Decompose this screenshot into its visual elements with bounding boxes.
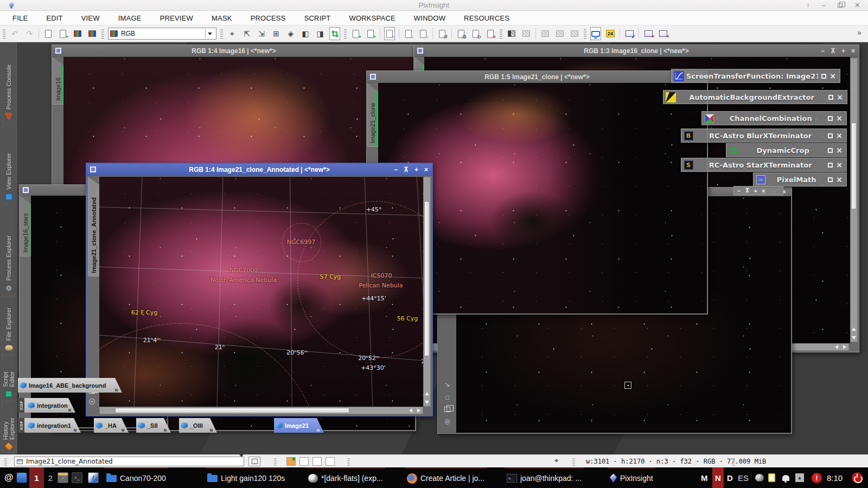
tray-power-icon[interactable]	[852, 467, 863, 488]
horizontal-scrollbar[interactable]	[99, 407, 423, 414]
image-window-image21-annotated[interactable]: RGB 1:4 Image21_clone_Annotated | <*new*…	[86, 163, 433, 416]
shade-icon[interactable]: ⊼	[831, 47, 835, 55]
scroll-down-icon[interactable]	[423, 399, 431, 406]
terminal-launcher-icon[interactable]: >_	[72, 467, 82, 488]
tray-alert-icon[interactable]: !	[812, 467, 822, 488]
scrollbar-thumb[interactable]	[424, 201, 430, 356]
tray-indicator-n[interactable]: N	[712, 467, 724, 488]
scroll-left-icon[interactable]	[407, 407, 414, 414]
view-selector-dropdown-button[interactable]	[239, 457, 244, 466]
menu-preview[interactable]: PREVIEW	[151, 14, 202, 22]
minimize-icon[interactable]: −	[394, 166, 398, 174]
edit-instance-icon[interactable]: ⚙	[456, 27, 467, 40]
image16-clone-titlebar[interactable]: RGB 1:3 Image16_clone | <*new*> − ⊼ + ×	[414, 45, 859, 57]
process-window-channelcombination[interactable]: ChannelCombination ×	[701, 111, 847, 125]
pan-mode-icon[interactable]: ⊞	[271, 27, 282, 40]
scroll-left-icon[interactable]	[833, 343, 840, 351]
identifier-icon[interactable]	[89, 399, 95, 404]
process-window-pixelmath[interactable]: ∞ PixelMath ×	[753, 172, 847, 187]
taskbar-app-terminal-joan[interactable]: >_ joan@thinkpad: ...	[505, 467, 584, 488]
close-process-icon[interactable]: ×	[836, 175, 843, 184]
new-process-icon[interactable]: +	[365, 27, 376, 40]
readout-mode-icon[interactable]: ◧	[300, 27, 311, 40]
toolbar-drag-handle[interactable]	[101, 28, 104, 39]
tray-gimp-icon[interactable]	[755, 467, 764, 488]
toolbar-drag-handle[interactable]	[3, 28, 5, 39]
screen-transfer-function-icon[interactable]	[590, 27, 601, 40]
minimize-icon[interactable]: −	[737, 188, 741, 194]
shade-process-button[interactable]	[828, 133, 833, 138]
taskbar-app-light-gain[interactable]: Light gain120 120s	[205, 467, 287, 488]
taskbar-app-canon70-200[interactable]: Canon70-200	[104, 467, 168, 488]
edit-identifier-icon[interactable]	[43, 27, 54, 40]
process-window-dynamiccrop[interactable]: DynamicCrop ×	[726, 143, 847, 157]
os-titlebar[interactable]: PixInsight ↑ – ✕	[0, 0, 868, 11]
toolbar-drag-handle[interactable]	[220, 28, 223, 39]
annotated-canvas[interactable]: +45° NGC6997 NGC7000 North America Nebul…	[99, 177, 423, 407]
redo-icon[interactable]: ↷	[24, 27, 35, 40]
close-window-button[interactable]: ✕	[854, 1, 860, 9]
menu-process[interactable]: PROCESS	[241, 14, 295, 22]
sidebar-item-history-explorer[interactable]: History Explorer	[1, 401, 17, 453]
minimized-tab-integration[interactable]: XISF integration N	[18, 398, 75, 413]
file-manager-icon[interactable]	[16, 467, 27, 488]
zoom-icon[interactable]: +	[414, 166, 418, 174]
tray-indicator-m[interactable]: M	[701, 467, 708, 488]
close-icon[interactable]: ×	[851, 47, 855, 55]
channel-selector[interactable]: RGB	[108, 28, 216, 40]
minimized-tab-integration1[interactable]: XISF integration1 N	[18, 418, 81, 433]
taskbar-app-pixinsight[interactable]: PixInsight	[608, 467, 655, 488]
mask-show-icon[interactable]	[540, 27, 551, 40]
tray-keyboard-layout[interactable]: ES	[738, 467, 749, 488]
toolbar-drag-handle[interactable]	[584, 28, 586, 39]
close-process-icon[interactable]: ×	[836, 160, 843, 169]
toolbar-drag-handle[interactable]	[344, 28, 347, 39]
scroll-up-icon[interactable]	[423, 390, 431, 397]
menu-view[interactable]: VIEW	[72, 14, 109, 22]
cancel-process-icon[interactable]: ↺	[437, 27, 448, 40]
color-management-icon[interactable]: 24	[605, 27, 616, 40]
menu-edit[interactable]: EDIT	[37, 14, 72, 22]
close-process-icon[interactable]: ×	[836, 146, 843, 155]
statusbar-drag-handle[interactable]	[274, 457, 277, 466]
scrollbar-thumb[interactable]	[115, 408, 349, 413]
sidebar-item-process-console[interactable]: Process Console	[1, 43, 17, 123]
vertical-scrollbar[interactable]	[850, 58, 858, 342]
new-view-button[interactable]	[248, 457, 260, 466]
process-window-screentransferfunction[interactable]: ScreenTransferFunction: Image21 ×	[671, 69, 840, 83]
shade-icon[interactable]: ⊼	[404, 166, 409, 174]
close-process-icon[interactable]: ×	[836, 131, 843, 140]
zoom-in-fit-icon[interactable]: ⇲	[256, 27, 267, 40]
new-instance-icon[interactable]: +	[350, 27, 361, 40]
mask-inverted-icon[interactable]	[521, 27, 532, 40]
sidebar-item-process-explorer[interactable]: Process Explorer ⚙	[1, 204, 17, 296]
minimized-tab-image21[interactable]: Image21 N	[274, 418, 324, 433]
process-window-starxterminator[interactable]: S RC-Astro StarXTerminator ×	[681, 158, 847, 172]
mask-select-icon[interactable]	[569, 27, 580, 40]
tray-indicator-d[interactable]: D	[727, 467, 733, 488]
workspace-swatch[interactable]	[326, 457, 335, 466]
select-mode-icon[interactable]: ◨	[315, 27, 326, 40]
workspace-1-button[interactable]: 1	[29, 467, 44, 488]
process-window-automaticbackgroundextractor[interactable]: AutomaticBackgroundExtractor ×	[663, 90, 847, 104]
image16-stars-view-tab[interactable]: Image16_stars	[20, 196, 31, 256]
close-icon[interactable]: ×	[762, 188, 765, 194]
reset-instance-icon[interactable]: ↻	[470, 27, 481, 40]
undo-icon[interactable]: ↶	[9, 27, 20, 40]
image21-clone-titlebar[interactable]: RGB 1:5 Image21_clone | <*new*> −	[367, 71, 707, 83]
scroll-down-icon[interactable]	[850, 334, 858, 342]
statusbar-drag-handle[interactable]	[572, 457, 575, 466]
taskbar-app-gimp-dark-flats[interactable]: *[dark-flats] (exp...	[306, 467, 385, 488]
restore-window-button[interactable]	[838, 3, 843, 8]
process-window-blurxterminator[interactable]: B RC-Astro BlurXTerminator ×	[681, 129, 847, 143]
image16-titlebar[interactable]: RGB 1:4 Image16 | <*new*>	[52, 45, 416, 57]
close-all-images-icon[interactable]: ×	[658, 27, 668, 40]
close-process-icon[interactable]: ×	[829, 72, 836, 80]
scroll-right-icon[interactable]	[841, 343, 848, 351]
resize-icon[interactable]: ↘	[444, 381, 450, 388]
apply-global-icon[interactable]: ↑	[418, 27, 429, 40]
zoom-icon[interactable]: +	[841, 47, 845, 55]
rgb-split-icon[interactable]	[87, 27, 98, 40]
statusbar-drag-handle[interactable]	[732, 457, 735, 466]
tray-clock[interactable]: 8:10	[827, 467, 843, 488]
